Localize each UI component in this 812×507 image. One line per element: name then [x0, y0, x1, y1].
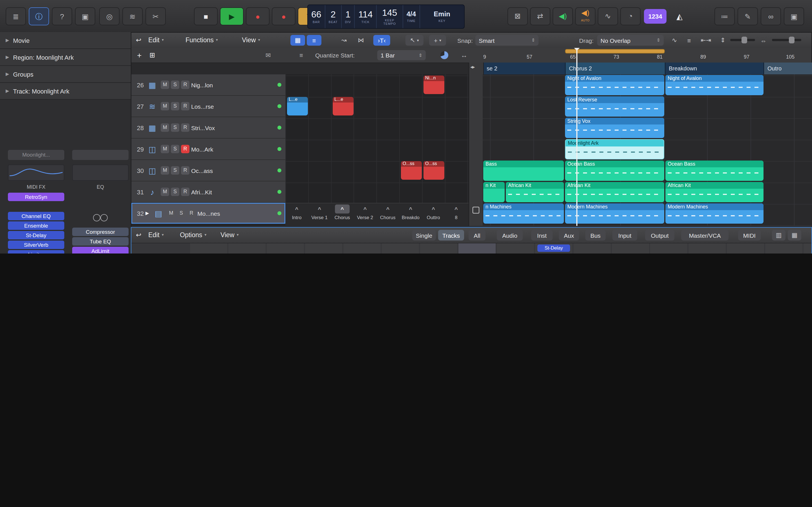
- transport-button[interactable]: ●: [246, 7, 269, 25]
- track-header[interactable]: 27 ▶ ≋ M S R Los...rse: [132, 96, 285, 117]
- eq-slot[interactable]: [72, 165, 129, 181]
- mixer-filter-button[interactable]: Inst: [531, 230, 553, 240]
- back-button[interactable]: ↩: [136, 228, 141, 242]
- mixer-filter-button[interactable]: Tracks: [438, 230, 464, 240]
- mixer-filter-button[interactable]: Aux: [559, 230, 579, 240]
- live-loop-cell[interactable]: Ni...n: [423, 75, 444, 94]
- inspector-disclosure-row[interactable]: ▶ Groups: [0, 66, 131, 83]
- duplicate-track-button[interactable]: ⊞: [149, 48, 155, 62]
- track-record-button[interactable]: R: [181, 102, 190, 110]
- audio-fx-slot-button[interactable]: SilverVerb: [8, 240, 64, 249]
- mixer-filter-button[interactable]: MIDI: [738, 230, 761, 240]
- track-name[interactable]: Afri...Kit: [191, 188, 276, 195]
- browser-toggle-icon[interactable]: ≔: [714, 7, 735, 25]
- eq-thumbnail[interactable]: [8, 165, 64, 181]
- narrow-strips-icon[interactable]: ▥: [772, 230, 785, 240]
- transport-option-icon[interactable]: ⇄: [530, 7, 550, 25]
- region[interactable]: Lost Reverse: [565, 96, 664, 117]
- scene[interactable]: ^ Chorus: [331, 203, 354, 226]
- tracks-region-area[interactable]: Night of Avalon Night of Avalon Lost Rev…: [483, 74, 812, 226]
- toolbar-toggle-icon[interactable]: ▣: [75, 7, 95, 25]
- cycle-range[interactable]: [565, 49, 665, 54]
- track-mute-button[interactable]: M: [161, 187, 169, 196]
- crossfade-icon[interactable]: ⋈: [354, 35, 368, 46]
- snap-menu[interactable]: Smart⇕: [475, 35, 539, 46]
- track-record-button[interactable]: R: [181, 145, 190, 153]
- transport-option-icon[interactable]: ◔: [620, 7, 641, 25]
- mixer-filter-button[interactable]: Output: [645, 230, 674, 240]
- track-header[interactable]: 29 ▶ ◫ M S R Mo...Ark: [132, 138, 285, 160]
- region[interactable]: Night of Avalon: [665, 75, 763, 95]
- track-solo-button[interactable]: S: [171, 123, 179, 132]
- track-header[interactable]: 31 ▶ ♪ M S R Afri...Kit: [132, 181, 285, 203]
- track-name[interactable]: Stri...Vox: [191, 124, 276, 131]
- live-loop-cell[interactable]: O...ss: [423, 161, 444, 180]
- view-mode-icon[interactable]: ✂: [146, 7, 166, 25]
- mixer-filter-button[interactable]: Bus: [585, 230, 606, 240]
- scene[interactable]: ^ Verse 2: [354, 203, 376, 226]
- divider-handle-icon[interactable]: ◀▶: [470, 65, 474, 69]
- track-header[interactable]: 32 ▶ ▤ M S R Mo...nes: [132, 203, 285, 224]
- mixer-channel-strip[interactable]: Bus 2 St Out Read ✱ -11.2 -11.0: [612, 243, 649, 253]
- row-play-icon[interactable]: ▶: [146, 211, 150, 216]
- toolbar-toggle-icon[interactable]: ?: [52, 7, 72, 25]
- mixer-channel-strip[interactable]: St Out Read ∿ +15 0.0 -42.0 036912151824…: [689, 243, 726, 253]
- track-height-icon[interactable]: ≡: [683, 35, 695, 46]
- scene[interactable]: ^ Chorus: [376, 203, 399, 226]
- midi-fx-slot-button[interactable]: RetroSyn: [8, 193, 64, 201]
- inspector-disclosure-row[interactable]: ▶ Region: Moonlight Ark: [0, 49, 131, 66]
- mixer-channel-strip[interactable]: Bus 1 Bus 2 St Out Read ◫: [267, 243, 304, 253]
- patch-setting-button[interactable]: [72, 150, 129, 160]
- mixer-channel-strip[interactable]: St Out Read ≋ -3.2 -12.3 036912151824304…: [382, 243, 419, 253]
- ruler-bar-number[interactable]: 89: [700, 54, 706, 60]
- add-track-button[interactable]: +: [137, 48, 142, 62]
- scene[interactable]: ^ Breakdo: [399, 203, 422, 226]
- track-mute-button[interactable]: M: [161, 123, 169, 132]
- track-header[interactable]: 28 ▶ ▦ M S R Stri...Vox: [132, 117, 285, 138]
- menu-view[interactable]: View▾: [242, 33, 260, 47]
- scene[interactable]: ^ 8: [445, 203, 467, 226]
- track-mute-button[interactable]: M: [167, 209, 175, 217]
- rows-view-icon[interactable]: ≡: [307, 35, 321, 46]
- mixer-channel-strip[interactable]: Bus 4 Bus 2 St Out Read ◫: [305, 243, 342, 253]
- quantize-icon[interactable]: ≡: [299, 48, 303, 62]
- audio-fx-slot-button[interactable]: St-Delay: [538, 244, 570, 252]
- ruler-bar-number[interactable]: 97: [744, 54, 749, 60]
- transport-option-icon[interactable]: ⊠: [507, 7, 528, 25]
- mixer-channel-strip[interactable]: St Out Read ∿ 0.0 -12.8 0369121518243045…: [727, 243, 764, 253]
- track-mute-button[interactable]: M: [161, 80, 169, 89]
- arrangement-marker[interactable]: Outro: [763, 62, 812, 74]
- horizontal-zoom-icon[interactable]: ⇔: [758, 35, 769, 46]
- view-mode-icon[interactable]: ◎: [99, 7, 119, 25]
- menu-functions[interactable]: Functions▾: [186, 33, 218, 47]
- grid-divider[interactable]: ◀▶: [469, 62, 484, 226]
- audio-fx-slot-button[interactable]: AdLimit: [72, 247, 129, 253]
- browser-toggle-icon[interactable]: ▣: [784, 7, 804, 25]
- transport-button[interactable]: ▶: [220, 7, 244, 25]
- track-name[interactable]: Oc...ass: [191, 167, 276, 174]
- track-header[interactable]: 26 ▶ ▦ M S R Nig...lon: [132, 74, 285, 96]
- mixer-channel-strip[interactable]: Bus 2 St Out Read ▤ -1 -5.8 -26.5: [343, 243, 380, 253]
- waveform-zoom-icon[interactable]: ∿: [668, 35, 680, 46]
- mixer-channel-strip[interactable]: St-Delay Bus 1 Bus 2: [535, 243, 572, 253]
- audio-fx-slot-button[interactable]: Channel EQ: [8, 212, 64, 220]
- track-solo-button[interactable]: S: [171, 102, 179, 110]
- track-name[interactable]: Nig...lon: [191, 81, 276, 88]
- audio-fx-slot-button[interactable]: Tube EQ: [72, 237, 129, 245]
- toolbar-toggle-icon[interactable]: ≣: [6, 7, 26, 25]
- stereo-format-icon[interactable]: [93, 214, 108, 221]
- scene-trigger-icon[interactable]: ^: [449, 205, 463, 214]
- drag-menu[interactable]: No Overlap⇕: [597, 35, 664, 46]
- toolbar-toggle-icon[interactable]: ⓘ: [29, 7, 49, 25]
- menu-edit[interactable]: Edit▾: [148, 228, 164, 242]
- transport-button[interactable]: ■: [194, 7, 218, 25]
- ruler-bar-number[interactable]: 57: [527, 54, 532, 60]
- patch-setting-button[interactable]: Moonlight...: [8, 150, 64, 160]
- scene-trigger-icon[interactable]: ^: [426, 205, 441, 214]
- audio-fx-slot-button[interactable]: Compressor: [72, 228, 129, 236]
- count-in-badge[interactable]: 1234: [644, 9, 666, 24]
- automation-icon[interactable]: ↝: [337, 35, 351, 46]
- ruler-bar-number[interactable]: 73: [613, 54, 619, 60]
- scene-trigger-icon[interactable]: ^: [289, 205, 304, 214]
- arrangement-marker[interactable]: se 2: [483, 62, 565, 74]
